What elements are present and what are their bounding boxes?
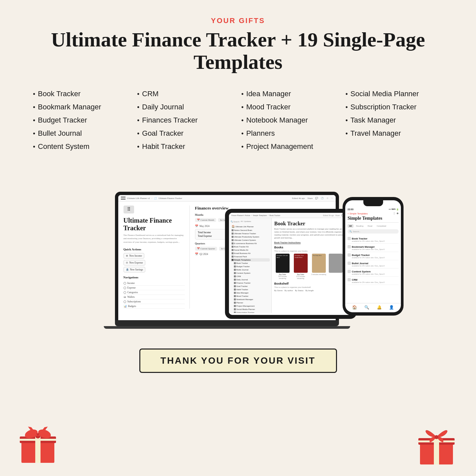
nav-item[interactable]: Categories	[127, 291, 138, 294]
phone-item-meta: available for 2% notion site / Duc_Spra …	[348, 240, 399, 242]
tablet-mockup: Future Planner's Notion / Simple Templat…	[225, 209, 357, 319]
phone-action2[interactable]: ⊕	[397, 212, 399, 215]
nav-item[interactable]: Wallets	[127, 295, 135, 298]
nav-item[interactable]: Expense	[127, 286, 136, 289]
sidebar-item-active[interactable]: Simple Templates	[234, 259, 251, 261]
q2-2024: Q2 2024	[200, 253, 208, 256]
phone-list-item[interactable]: Bullet Journal available for 2% notion s…	[348, 260, 399, 268]
sidebar-item[interactable]: Subscription Tracker	[237, 312, 255, 313]
filter-read[interactable]: Read	[366, 224, 374, 228]
btn-savings[interactable]: New Savings	[130, 268, 143, 271]
sidebar-item[interactable]: Book Tracker	[237, 262, 248, 264]
phone-list-item[interactable]: Book Tracker available for 2% notion sit…	[348, 236, 399, 244]
sidebar-item[interactable]: Habit Tracker	[237, 289, 248, 291]
template-col-1: Book Tracker Bookmark Manager Budget Tra…	[33, 90, 130, 151]
filter-current-quarter[interactable]: 📅Current Quarter	[195, 247, 217, 251]
filter-current-month[interactable]: 📅Current Month	[195, 218, 216, 222]
template-item: Idea Manager	[241, 90, 339, 98]
nav-item[interactable]: Subscriptions	[127, 300, 141, 303]
filter-status[interactable]: By Status	[295, 290, 304, 292]
sidebar-item[interactable]: Ultimate Content System	[234, 239, 256, 241]
clock-icon: 🕐	[321, 197, 324, 200]
sidebar-item[interactable]: Planner	[237, 302, 243, 304]
book3-info: 3 minutes remaining	[311, 273, 327, 275]
template-col-4: Social Media Planner Subscription Tracke…	[346, 90, 443, 151]
sidebar-item[interactable]: Financial Pack	[234, 256, 247, 258]
filter-length[interactable]: By length	[305, 290, 314, 292]
gift-left-decoration	[16, 423, 59, 466]
tablet-updates[interactable]: Updates	[244, 220, 251, 223]
nav-item[interactable]: Income	[127, 282, 135, 285]
laptop-page-title: Ultimate Finance Tracker	[124, 217, 185, 232]
phone-back[interactable]: < Simple Templates	[348, 212, 368, 215]
sidebar-item[interactable]: Social Media Planner	[237, 308, 255, 310]
tablet-search[interactable]: 🔍 Search	[231, 220, 240, 223]
sidebar-item[interactable]: Daily Journal	[237, 279, 248, 281]
sidebar-item[interactable]: Mood Tracker	[237, 295, 249, 297]
sidebar-item[interactable]: Budget Tracker	[237, 266, 250, 267]
laptop-breadcrumb2-text: Ultimate Finance Tracker	[158, 197, 182, 200]
filter-completed[interactable]: Completed	[375, 224, 388, 228]
phone-bell-icon[interactable]: 🔔	[377, 305, 382, 310]
phone-person-icon[interactable]: 👤	[389, 305, 394, 310]
phone-search-placeholder[interactable]: Search...	[353, 231, 361, 233]
template-col-3: Idea Manager Mood Tracker Notebook Manag…	[241, 90, 339, 151]
laptop-breadcrumb1: Ultimate Life Planner v2	[127, 197, 150, 200]
plus-icon: ⊕	[126, 254, 128, 257]
phone-page-title: Simple Templates	[348, 216, 399, 221]
tablet-all[interactable]: All	[240, 220, 243, 223]
filter-genre[interactable]: By Genre	[274, 290, 283, 292]
phone-item-title: Book Tracker	[352, 237, 368, 240]
tablet-books-heading: Books	[274, 246, 350, 249]
nav-heading: Navigations	[124, 276, 185, 279]
phone-item-title: Content System	[352, 270, 371, 273]
sidebar-item[interactable]: Ultimate Life Planner	[236, 226, 254, 228]
phone-list-item[interactable]: Budget Tracker available for 2% notion s…	[348, 252, 399, 260]
sidebar-item[interactable]: Email Business Kit	[234, 252, 251, 254]
sidebar-item[interactable]: Idea Manager	[237, 292, 249, 294]
filter-reading[interactable]: Reading	[354, 224, 365, 228]
phone-item-title: Budget Tracker	[352, 254, 370, 257]
btn-expense[interactable]: New Expense	[129, 261, 143, 264]
sidebar-item[interactable]: Project Management	[237, 305, 255, 307]
sidebar-item[interactable]: Social Media Kit	[234, 249, 248, 251]
svg-rect-3	[20, 439, 56, 441]
sidebar-item[interactable]: Book Tracker Kit	[234, 246, 249, 248]
phone-list: Book Tracker available for 2% notion sit…	[348, 236, 399, 285]
filter-author[interactable]: By author	[285, 290, 293, 292]
tablet-share[interactable]: Share	[335, 214, 340, 216]
filter-all[interactable]: All	[348, 224, 353, 228]
sidebar-item[interactable]: Notebook Manager	[237, 298, 253, 300]
template-item: Project Management	[241, 142, 339, 151]
tablet-instructions[interactable]: Book Tracker Instructions	[274, 241, 350, 244]
sidebar-item[interactable]: Goal Tracker	[237, 285, 248, 287]
template-item: Book Tracker	[33, 90, 130, 98]
sidebar-item[interactable]: CRM	[237, 275, 241, 277]
sidebar-item[interactable]: Ultimate Finance Tracker	[234, 233, 256, 235]
phone-list-item[interactable]: Bookmark Manager available for 2% notion…	[348, 244, 399, 252]
phone-time: 22:03	[348, 208, 353, 210]
calendar-icon: 📅	[195, 225, 198, 228]
laptop-share[interactable]: Share	[307, 197, 313, 200]
phone-mockup: 22:03 ▪▪▪ WiFi 🔋 < Simple Templates	[343, 197, 404, 316]
devices-section: Ultimate Life Planner v2 / 📄 Ultimate Fi…	[26, 171, 450, 329]
sidebar-item[interactable]: E-commerce Business Kit	[234, 242, 257, 244]
sidebar-item[interactable]: Bullet Journal	[237, 269, 248, 271]
phone-search-icon-bottom[interactable]: 🔍	[364, 305, 369, 310]
gifts-label: YOUR GIFTS	[26, 16, 450, 25]
phone-list-item[interactable]: CRM available for 2% notion site / Duc_S…	[348, 277, 399, 285]
btn-income[interactable]: New Income	[129, 254, 142, 257]
sidebar-item[interactable]: Ultimate Productivity System	[234, 236, 259, 238]
phone-action1[interactable]: ⋮	[393, 212, 395, 215]
phone-item-meta: available for 2% notion site / Duc_Spra …	[348, 281, 399, 283]
book1-cover: Principles: Life and Work	[277, 255, 289, 258]
sidebar-item[interactable]: Finance Tracker	[237, 282, 251, 284]
phone-home-icon[interactable]: 🏠	[352, 305, 357, 310]
tablet-page-title: Book Tracker	[274, 221, 350, 227]
phone-list-item[interactable]: Content System available for 2% notion s…	[348, 268, 399, 277]
sidebar-item[interactable]: Content System	[237, 272, 251, 274]
book1-info: Ray Dalio 704 minutes remaining	[274, 273, 291, 279]
sidebar-item[interactable]: Notion Second Brain	[234, 229, 252, 231]
phone-notch	[363, 200, 383, 206]
nav-item[interactable]: Budgets	[128, 305, 136, 308]
